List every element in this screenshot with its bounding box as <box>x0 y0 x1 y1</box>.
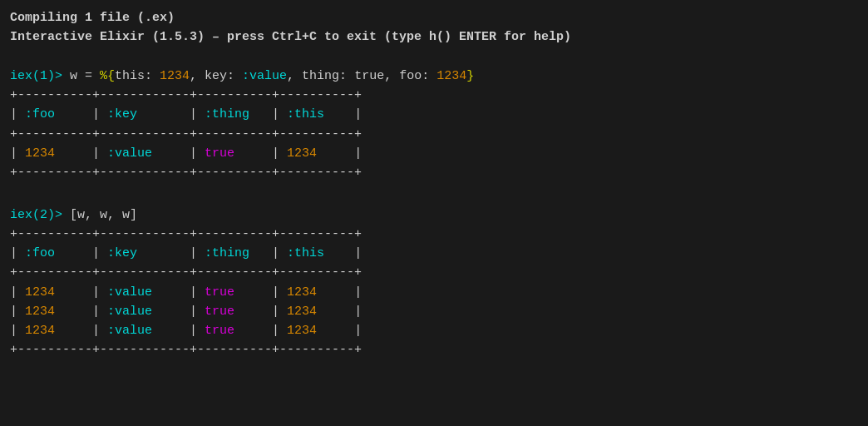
table2-divider1: +----------+------------+----------+----… <box>10 225 858 244</box>
iex-version-line: Interactive Elixir (1.5.3) – press Ctrl+… <box>10 27 858 47</box>
table2-divider3: +----------+------------+----------+----… <box>10 340 858 359</box>
table1-divider2: +----------+------------+----------+----… <box>10 125 858 144</box>
table1-row1: | 1234 | :value | true | 1234 | <box>10 144 858 163</box>
table2-row1: | 1234 | :value | true | 1234 | <box>10 283 858 302</box>
table2-header: | :foo | :key | :thing | :this | <box>10 244 858 263</box>
prompt-1: iex(1)> w = %{this: 1234, key: :value, t… <box>10 67 858 86</box>
iex-block-2: iex(2)> [w, w, w] +----------+----------… <box>10 206 858 360</box>
table2-row3: | 1234 | :value | true | 1234 | <box>10 321 858 340</box>
iex-block-1: iex(1)> w = %{this: 1234, key: :value, t… <box>10 67 858 183</box>
table2-divider2: +----------+------------+----------+----… <box>10 263 858 282</box>
prompt-2: iex(2)> [w, w, w] <box>10 206 858 225</box>
table2-row2: | 1234 | :value | true | 1234 | <box>10 302 858 321</box>
table1-divider3: +----------+------------+----------+----… <box>10 163 858 182</box>
table1-divider1: +----------+------------+----------+----… <box>10 86 858 105</box>
terminal: Compiling 1 file (.ex) Interactive Elixi… <box>10 8 858 360</box>
compile-line: Compiling 1 file (.ex) <box>10 8 858 27</box>
table1-header: | :foo | :key | :thing | :this | <box>10 105 858 124</box>
